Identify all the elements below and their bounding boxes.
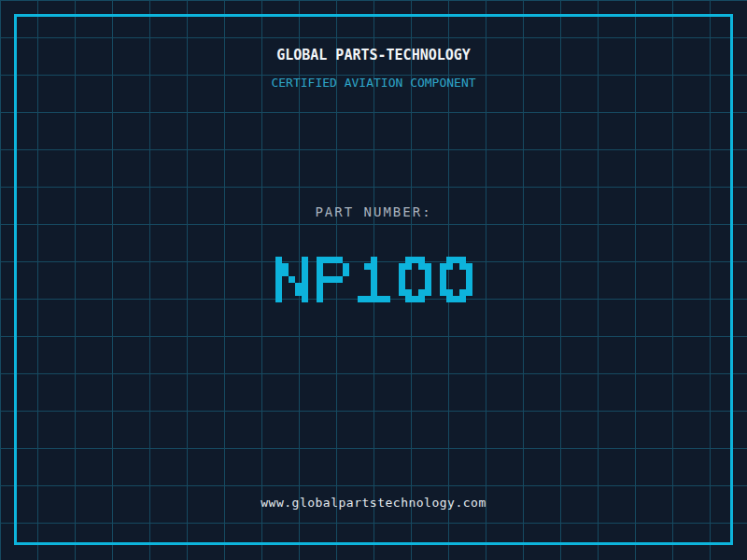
pixel-char (358, 257, 390, 302)
part-number-label: PART NUMBER: (0, 204, 747, 219)
certification-subtitle: CERTIFIED AVIATION COMPONENT (0, 76, 747, 90)
pixel-char (275, 257, 308, 302)
pixel-char (399, 257, 431, 302)
pixel-char (317, 257, 349, 302)
part-number-display (0, 257, 747, 302)
pixel-char (440, 257, 472, 302)
footer-website-url: www.globalpartstechnology.com (0, 496, 747, 510)
company-name: GLOBAL PARTS-TECHNOLOGY (0, 47, 747, 63)
